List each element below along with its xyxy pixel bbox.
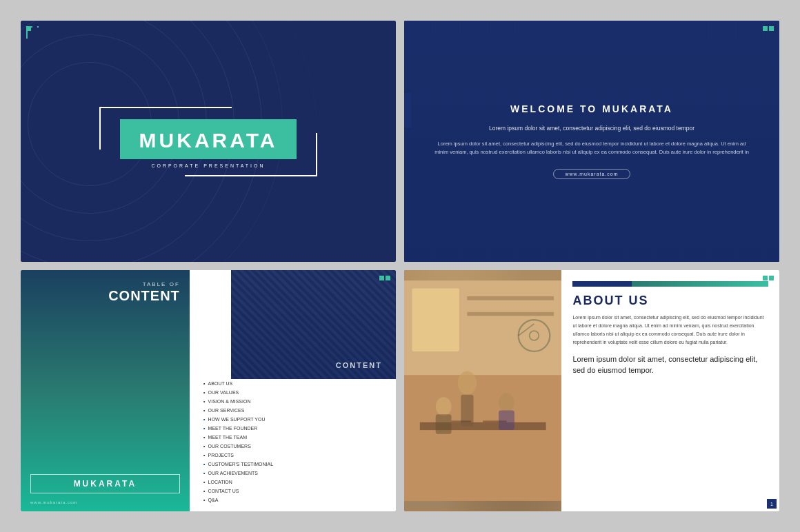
svg-rect-4 [467,312,554,316]
slide-2-content: WELCOME TO MUKARATA Lorem ipsum dolor si… [404,21,779,262]
list-item: OUR ACHIEVEMENTS [203,470,386,476]
sq-teal-s4 [763,276,768,280]
toc-right-panel: CONTENT ABOUT USOUR VALUESVISION & MISSI… [190,270,396,511]
sq-teal [763,26,768,31]
list-item: OUR VALUES [203,389,386,396]
header-bar [572,281,768,287]
svg-rect-2 [412,288,459,351]
sq-teal-1 [26,26,31,31]
about-body: Lorem ipsum dolor sit amet, consectetur … [572,314,768,347]
sq-teal-s4-2 [769,276,774,280]
content-img-label: CONTENT [336,361,382,369]
svg-point-6 [458,371,477,394]
brand-background: MUKARATA [120,119,297,159]
website-url: www.mukarata.com [553,169,630,179]
toc-url: www.mukarata.com [30,500,180,504]
slide-2: WELCOME TO MUKARATA Lorem ipsum dolor si… [404,21,779,262]
sq-dark-1 [32,26,37,31]
svg-point-8 [499,393,514,411]
toc-left-panel: TABLE OF CONTENT MUKARATA www.mukarata.c… [21,270,190,511]
toc-label-area: TABLE OF CONTENT [30,281,180,303]
list-item: MEET THE TEAM [203,434,386,440]
mukarata-text: MUKARATA [38,479,172,489]
office-illustration [404,270,561,511]
svg-rect-13 [452,420,472,422]
svg-rect-3 [467,296,554,300]
sq-teal-s3-2 [386,276,390,280]
corner-squares-tl [26,26,37,31]
welcome-title: WELCOME TO MUKARATA [510,103,673,114]
svg-rect-12 [483,420,506,422]
list-item: CUSTOMER'S TESTIMONIAL [203,461,386,467]
page-number: 1 [767,499,777,509]
corner-squares-tr [763,26,774,31]
list-item: CONTACT US [203,488,386,494]
brand-subtitle: CORPORATE PRESENTATION [120,163,297,168]
list-item: LOCATION [203,479,386,485]
list-item: VISION & MISSION [203,398,386,405]
about-highlight: Lorem ipsum dolor sit amet, consectetur … [572,354,768,376]
bar-teal [632,281,768,287]
svg-point-10 [436,397,452,416]
about-url: www.mukarata.com [404,502,457,506]
toc-image: CONTENT [231,270,396,379]
about-photo [404,270,561,511]
corner-squares-s4 [763,276,774,280]
list-item: OUR SERVICES [203,407,386,413]
brand-title: MUKARATA [139,129,278,152]
list-item: MEET THE FOUNDER [203,425,386,431]
svg-rect-9 [499,411,514,431]
welcome-body: Lorem ipsum dolor sit amet, consectetur … [432,140,752,156]
about-layout: ABOUT US Lorem ipsum dolor sit amet, con… [404,270,779,511]
welcome-subtitle: Lorem ipsum dolor sit amet, consectetur … [489,124,694,134]
list-item: ABOUT US [203,380,386,387]
slide-4: ABOUT US Lorem ipsum dolor sit amet, con… [404,270,779,511]
list-item: PROJECTS [203,452,386,458]
brand-box: MUKARATA CORPORATE PRESENTATION [99,107,318,176]
list-item: Q&A [203,497,386,503]
slide-1: MUKARATA CORPORATE PRESENTATION [21,21,396,262]
about-right-content: ABOUT US Lorem ipsum dolor sit amet, con… [561,270,779,511]
corner-squares-s3 [379,276,390,280]
sq-teal-2 [769,26,774,31]
bar-blue [572,281,631,287]
table-of-label: TABLE OF [30,281,180,288]
list-item: HOW WE SUPPORT YOU [203,416,386,422]
sq-teal-s3 [379,276,384,280]
content-label: CONTENT [30,288,180,303]
toc-list: ABOUT USOUR VALUESVISION & MISSIONOUR SE… [199,375,386,503]
slide-1-content: MUKARATA CORPORATE PRESENTATION [21,21,396,262]
mukarata-box: MUKARATA [30,474,180,493]
about-title: ABOUT US [572,294,768,308]
slide-3: TABLE OF CONTENT MUKARATA www.mukarata.c… [21,270,396,511]
list-item: OUR COSTUMERS [203,443,386,449]
svg-rect-11 [436,414,452,434]
